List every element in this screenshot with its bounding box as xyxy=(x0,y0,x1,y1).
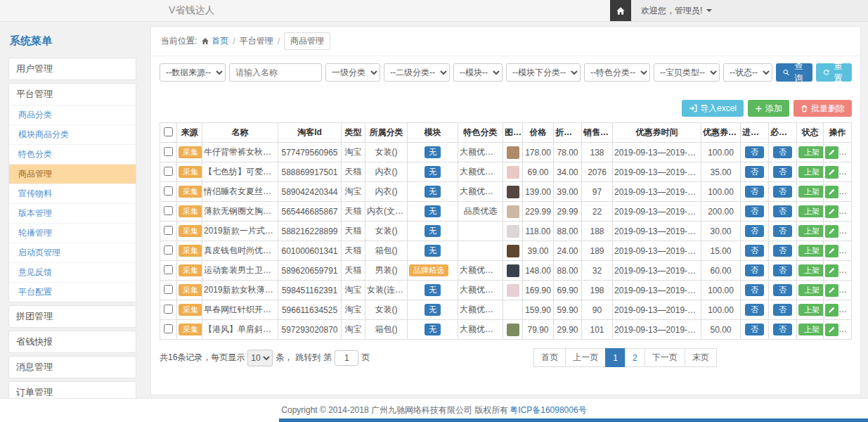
mustbuy-toggle[interactable]: 否 xyxy=(773,324,792,335)
row-checkbox[interactable] xyxy=(164,167,173,176)
mustbuy-toggle[interactable]: 否 xyxy=(773,304,792,316)
status-toggle[interactable]: 上架 xyxy=(798,304,824,316)
row-checkbox[interactable] xyxy=(164,226,173,235)
filter-select[interactable]: --特色分类-- xyxy=(584,63,650,82)
page-button[interactable]: 1 xyxy=(605,348,626,367)
column-header: 状态 xyxy=(797,123,824,143)
page-button[interactable]: 上一页 xyxy=(565,348,606,367)
row-checkbox[interactable] xyxy=(164,147,173,156)
mustbuy-toggle[interactable]: 否 xyxy=(773,225,792,237)
edit-button[interactable] xyxy=(825,146,838,159)
row-checkbox[interactable] xyxy=(164,265,173,274)
import-toggle[interactable]: 否 xyxy=(745,166,764,178)
mustbuy-toggle[interactable]: 否 xyxy=(773,166,792,178)
status-toggle[interactable]: 上架 xyxy=(798,146,824,158)
sidebar-subitem[interactable]: 轮播管理 xyxy=(9,224,136,243)
edit-button[interactable] xyxy=(825,225,838,238)
edit-button[interactable] xyxy=(825,284,838,297)
mustbuy-toggle[interactable]: 否 xyxy=(773,264,792,276)
data-source-select[interactable]: --数据来源-- xyxy=(160,63,226,82)
import-toggle[interactable]: 否 xyxy=(745,146,764,158)
edit-button[interactable] xyxy=(825,264,838,277)
mustbuy-toggle[interactable]: 否 xyxy=(773,186,792,198)
import-toggle[interactable]: 否 xyxy=(745,264,764,276)
import-excel-button[interactable]: 导入excel xyxy=(682,100,744,117)
page-button[interactable]: 下一页 xyxy=(644,348,685,367)
filter-select[interactable]: 一级分类 xyxy=(325,63,380,82)
sidebar-subitem[interactable]: 意见反馈 xyxy=(9,263,136,283)
sidebar-subitem[interactable]: 版本管理 xyxy=(9,204,136,224)
sidebar-subitem[interactable]: 商品管理 xyxy=(9,165,136,184)
sidebar-item[interactable]: 订单管理 xyxy=(8,381,136,398)
filter-select[interactable]: --宝贝类型-- xyxy=(654,63,720,82)
row-checkbox[interactable] xyxy=(164,285,173,294)
status-toggle[interactable]: 上架 xyxy=(798,186,824,198)
product-category: 内衣(文胸) xyxy=(365,202,408,222)
home-button[interactable] xyxy=(610,0,631,21)
sidebar-subitem[interactable]: 商品分类 xyxy=(9,106,136,125)
sidebar-item[interactable]: 用户管理 xyxy=(8,58,136,80)
edit-button[interactable] xyxy=(825,166,838,179)
edit-button[interactable] xyxy=(825,245,838,257)
sidebar-subitem[interactable]: 特色分类 xyxy=(9,145,136,165)
status-toggle[interactable]: 上架 xyxy=(798,225,824,237)
page-button[interactable]: 2 xyxy=(625,348,645,367)
sidebar-subitem[interactable]: 平台配置 xyxy=(9,283,136,302)
reset-button[interactable]: 重置 xyxy=(816,63,853,82)
search-button[interactable]: 查询 xyxy=(776,63,812,82)
user-menu[interactable]: 欢迎您，管理员! xyxy=(631,5,722,17)
status-toggle[interactable]: 上架 xyxy=(798,324,824,335)
import-toggle[interactable]: 否 xyxy=(745,225,764,237)
filter-select[interactable]: --状态-- xyxy=(723,63,772,82)
status-toggle[interactable]: 上架 xyxy=(798,284,824,296)
add-button[interactable]: 添加 xyxy=(748,100,789,117)
table-row: 采集 薄款无钢圈文胸聚拢性... 565446685867 天猫 内衣(文胸) … xyxy=(160,202,852,222)
name-search-input[interactable] xyxy=(229,63,322,82)
import-toggle[interactable]: 否 xyxy=(745,205,764,217)
import-toggle[interactable]: 否 xyxy=(745,186,764,198)
sidebar-item-platform[interactable]: 平台管理 xyxy=(9,84,136,106)
home-icon xyxy=(616,6,626,15)
edit-button[interactable] xyxy=(825,304,838,316)
sidebar-item[interactable]: 消息管理 xyxy=(8,356,136,378)
status-toggle[interactable]: 上架 xyxy=(798,205,824,217)
edit-button[interactable] xyxy=(825,186,838,198)
status-toggle[interactable]: 上架 xyxy=(798,264,824,276)
sidebar-item[interactable]: 拼团管理 xyxy=(8,305,136,328)
import-toggle[interactable]: 否 xyxy=(745,324,764,335)
status-toggle[interactable]: 上架 xyxy=(798,166,824,178)
row-checkbox[interactable] xyxy=(164,245,173,255)
filter-select[interactable]: --模块-- xyxy=(453,63,503,82)
page-button[interactable]: 末页 xyxy=(685,348,717,367)
edit-button[interactable] xyxy=(825,324,838,336)
batch-delete-button[interactable]: 批量删除 xyxy=(793,100,852,117)
filter-select[interactable]: --模块下分类-- xyxy=(506,63,581,82)
mustbuy-toggle[interactable]: 否 xyxy=(773,245,792,257)
sidebar-item[interactable]: 省钱快报 xyxy=(8,331,136,353)
sidebar-subitem[interactable]: 模块商品分类 xyxy=(9,125,136,145)
mustbuy-toggle[interactable]: 否 xyxy=(773,146,792,158)
import-toggle[interactable]: 否 xyxy=(745,245,764,257)
status-cell: 上架 xyxy=(797,320,824,340)
edit-button[interactable] xyxy=(825,205,838,218)
mustbuy-toggle[interactable]: 否 xyxy=(773,284,792,296)
import-toggle[interactable]: 否 xyxy=(745,304,764,316)
sidebar-subitem[interactable]: 启动页管理 xyxy=(9,243,136,263)
status-toggle[interactable]: 上架 xyxy=(798,245,824,257)
row-checkbox[interactable] xyxy=(164,305,173,314)
row-checkbox[interactable] xyxy=(164,206,173,215)
mustbuy-toggle[interactable]: 否 xyxy=(773,205,792,217)
per-page-select[interactable]: 10 xyxy=(247,350,273,366)
filter-select[interactable]: --二级分类-- xyxy=(384,63,450,82)
row-checkbox[interactable] xyxy=(164,186,173,196)
select-all-checkbox[interactable] xyxy=(164,127,173,136)
mustbuy-cell: 否 xyxy=(769,261,797,281)
breadcrumb-home-link[interactable]: 首页 xyxy=(201,35,228,47)
row-checkbox[interactable] xyxy=(164,324,173,333)
icp-link[interactable]: 粤ICP备16098006号 xyxy=(510,404,586,416)
page-jump-input[interactable] xyxy=(335,350,358,366)
sidebar-subitem[interactable]: 宣传物料 xyxy=(9,184,136,204)
product-thumbnail xyxy=(507,245,519,257)
import-toggle[interactable]: 否 xyxy=(745,284,764,296)
page-button[interactable]: 首页 xyxy=(533,348,566,367)
